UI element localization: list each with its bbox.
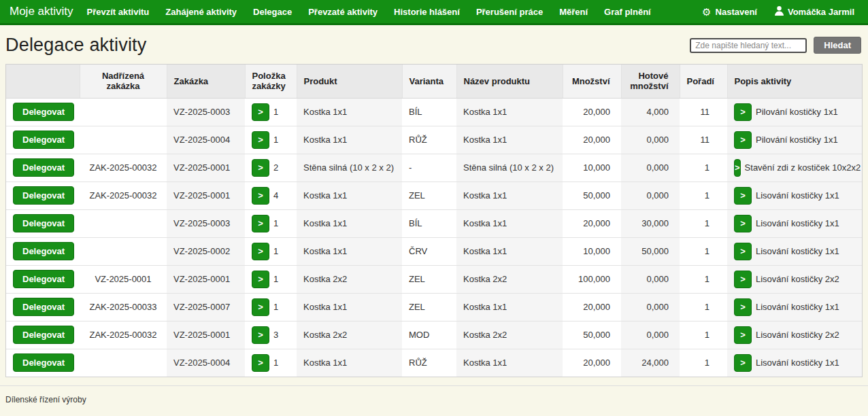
- cell-product-name: Kostka 1x1: [456, 293, 563, 321]
- nav-item-historie-hlaseni[interactable]: Historie hlášení: [394, 7, 460, 17]
- cell-parent-order: [80, 126, 167, 154]
- gear-icon: ⚙: [702, 7, 711, 17]
- expand-activity-button[interactable]: >: [734, 271, 752, 288]
- table-row: DelegovatVZ-2025-0003>1Kostka 1x1BÍLKost…: [6, 98, 862, 126]
- nav-item-mereni[interactable]: Měření: [559, 7, 588, 17]
- delegate-button[interactable]: Delegovat: [13, 186, 74, 205]
- cell-product-name: Kostka 1x1: [456, 181, 563, 209]
- expand-order-item-button[interactable]: >: [252, 243, 269, 260]
- cell-activity: >Lisování kostičky 1x1: [727, 237, 862, 265]
- delegate-button[interactable]: Delegovat: [13, 353, 74, 372]
- header-done-quantity: Hotové množství: [621, 65, 680, 98]
- cell-variant: MOD: [402, 321, 456, 349]
- cell-order-item: >1: [245, 98, 297, 126]
- expand-order-item-button[interactable]: >: [252, 187, 269, 205]
- expand-activity-button[interactable]: >: [734, 187, 752, 205]
- table-row: DelegovatVZ-2025-0004>1Kostka 1x1RŮŽKost…: [6, 126, 862, 154]
- expand-activity-button[interactable]: >: [734, 159, 741, 177]
- expand-order-item-button[interactable]: >: [252, 215, 269, 232]
- delegate-button[interactable]: Delegovat: [13, 131, 74, 149]
- nav-item-graf-plneni[interactable]: Graf plnění: [604, 7, 651, 17]
- cell-order: VZ-2025-0003: [167, 209, 245, 237]
- cell-activity: >Lisování kostičky 1x1: [727, 293, 862, 321]
- cell-quantity: 100,000: [563, 265, 621, 293]
- expand-activity-button[interactable]: >: [734, 298, 752, 316]
- cell-order-item: >1: [245, 126, 297, 154]
- cell-order: VZ-2025-0007: [167, 293, 245, 321]
- cell-done-quantity: 0,000: [621, 126, 680, 154]
- activity-label: Lisování kostičky 1x1: [756, 190, 839, 201]
- order-item-number: 2: [273, 162, 278, 173]
- header-parent-order: Nadřízená zakázka: [80, 65, 167, 98]
- nav-item-prevzit-aktivitu[interactable]: Převzít aktivitu: [87, 7, 150, 17]
- page-title: Delegace aktivity: [5, 35, 147, 56]
- expand-order-item-button[interactable]: >: [252, 159, 269, 177]
- nav-item-user[interactable]: Vomáčka Jarmil: [775, 6, 854, 18]
- delegate-button[interactable]: Delegovat: [13, 103, 74, 121]
- cell-done-quantity: 0,000: [621, 321, 680, 349]
- cell-quantity: 20,000: [563, 98, 621, 126]
- expand-order-item-button[interactable]: >: [252, 326, 269, 344]
- cell-order: VZ-2025-0001: [167, 154, 245, 181]
- cell-order: VZ-2025-0001: [167, 321, 245, 349]
- expand-order-item-button[interactable]: >: [252, 298, 269, 316]
- expand-activity-button[interactable]: >: [734, 103, 752, 121]
- cell-parent-order: ZAK-2025-00032: [80, 154, 167, 181]
- expand-activity-button[interactable]: >: [734, 243, 752, 260]
- cell-product-name: Kostka 1x1: [456, 237, 563, 265]
- expand-activity-button[interactable]: >: [734, 131, 752, 149]
- cell-variant: RŮŽ: [402, 349, 456, 377]
- cell-variant: ČRV: [402, 237, 456, 265]
- cell-parent-order: [80, 349, 167, 377]
- nav-item-nastaveni[interactable]: ⚙ Nastavení: [702, 7, 757, 17]
- expand-activity-button[interactable]: >: [734, 326, 752, 344]
- delegate-button[interactable]: Delegovat: [13, 270, 74, 288]
- search-input[interactable]: [690, 38, 807, 53]
- page-footer: Dílenské řízení výroby: [0, 385, 868, 404]
- nav-item-prevzate-aktivity[interactable]: Převzaté aktivity: [308, 7, 378, 17]
- cell-actions: Delegovat: [6, 181, 80, 209]
- nav-item-delegace[interactable]: Delegace: [253, 7, 292, 17]
- activity-label: Lisování kostičky 2x2: [756, 274, 839, 284]
- cell-order: VZ-2025-0001: [167, 181, 245, 209]
- expand-activity-button[interactable]: >: [734, 215, 752, 232]
- expand-order-item-button[interactable]: >: [252, 354, 269, 372]
- cell-quantity: 50,000: [563, 321, 621, 349]
- table-row: DelegovatVZ-2025-0003>1Kostka 1x1BÍLKost…: [6, 209, 862, 237]
- cell-activity: >Stavění zdi z kostiček 10x2x2: [727, 154, 862, 181]
- search-button[interactable]: Hledat: [814, 37, 861, 54]
- expand-order-item-button[interactable]: >: [252, 103, 269, 121]
- cell-product-name: Kostka 2x2: [456, 321, 563, 349]
- order-item-number: 1: [273, 274, 278, 284]
- expand-order-item-button[interactable]: >: [252, 131, 269, 149]
- activity-label: Lisování kostičky 1x1: [756, 302, 839, 312]
- nav-brand-moje-aktivity[interactable]: Moje aktivity: [10, 5, 73, 18]
- cell-done-quantity: 50,000: [621, 237, 680, 265]
- cell-product-name: Kostka 1x1: [456, 209, 563, 237]
- cell-done-quantity: 0,000: [621, 181, 680, 209]
- cell-activity: >Lisování kostičky 2x2: [727, 265, 862, 293]
- expand-activity-button[interactable]: >: [734, 354, 752, 372]
- cell-parent-order: [80, 98, 167, 126]
- expand-order-item-button[interactable]: >: [252, 271, 269, 288]
- cell-actions: Delegovat: [6, 265, 80, 293]
- nav-item-preruseni-prace[interactable]: Přerušení práce: [476, 7, 543, 17]
- top-navbar: Moje aktivity Převzít aktivitu Zahájené …: [0, 0, 868, 25]
- cell-order-item: >1: [245, 265, 297, 293]
- table-body: DelegovatVZ-2025-0003>1Kostka 1x1BÍLKost…: [6, 98, 862, 377]
- cell-sequence: 1: [680, 237, 727, 265]
- cell-order: VZ-2025-0004: [167, 349, 245, 377]
- order-item-number: 1: [273, 135, 278, 145]
- delegate-button[interactable]: Delegovat: [13, 158, 74, 177]
- order-item-number: 1: [273, 218, 278, 228]
- activity-label: Lisování kostičky 1x1: [756, 246, 839, 256]
- cell-variant: ZEL: [402, 181, 456, 209]
- delegate-button[interactable]: Delegovat: [13, 242, 74, 260]
- nav-item-zahajene-aktivity[interactable]: Zahájené aktivity: [165, 7, 237, 17]
- delegate-button[interactable]: Delegovat: [13, 214, 74, 232]
- cell-sequence: 11: [680, 126, 727, 154]
- delegate-button[interactable]: Delegovat: [13, 326, 74, 344]
- table-row: DelegovatVZ-2025-0002>1Kostka 1x1ČRVKost…: [6, 237, 862, 265]
- activity-label: Pilování kostičky 1x1: [756, 107, 838, 117]
- delegate-button[interactable]: Delegovat: [13, 298, 74, 316]
